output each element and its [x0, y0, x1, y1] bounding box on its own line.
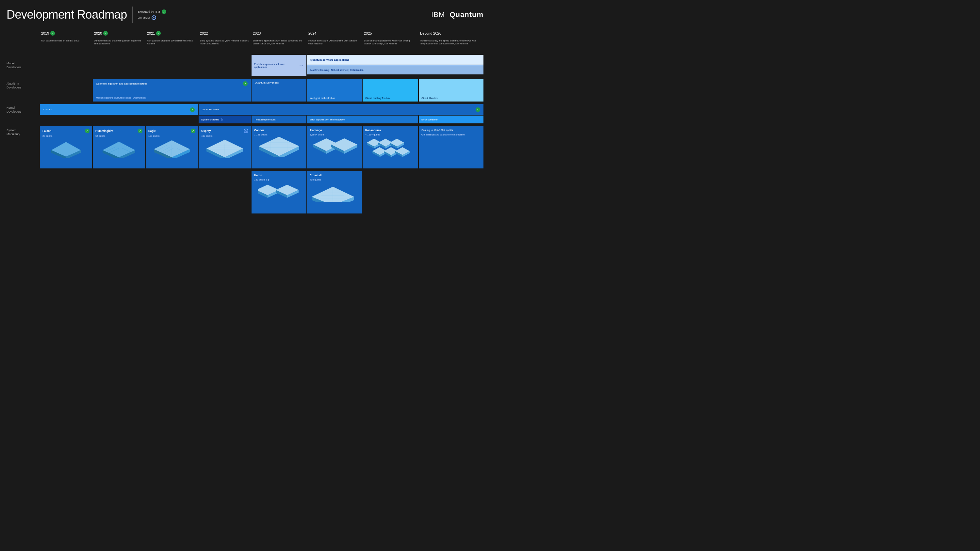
desc-2025: Scale quantum applications with circuit …: [363, 38, 418, 52]
ibm-quantum-logo: IBM Quantum: [431, 10, 484, 19]
chip-falcon: Falcon ✓ 27 qubits: [40, 126, 92, 168]
hummingbird-header: Hummingbird ✓: [95, 129, 142, 133]
row2-empty-beyond: [419, 171, 484, 213]
chip-osprey: Osprey ↻ 433 qubits: [199, 126, 251, 168]
osprey-on-target-icon: ↻: [244, 129, 248, 133]
quantum-sw-bar: Quantum software applications: [307, 55, 484, 65]
on-target-row: On target ↻: [138, 15, 166, 20]
dynamic-circuits-cell: Dynamic circuits ↻: [199, 116, 251, 123]
spacer-3: [6, 102, 484, 103]
qiskit-runtime-bar: Qiskit Runtime ✓: [199, 104, 484, 115]
label-spacer-years: [6, 29, 39, 38]
chip-condor: Condor 1,121 qubits: [251, 126, 306, 168]
eagle-header: Eagle ✓: [148, 129, 195, 133]
model-empty-2021: [146, 55, 198, 76]
page: Development Roadmap Executed by IBM ✓ On…: [0, 0, 490, 275]
osprey-qubits: 433 qubits: [201, 135, 248, 137]
error-supp-cell: Error suppression and mitigation: [307, 116, 418, 123]
kernel-empty-2019: [40, 116, 92, 123]
circuits-bar: Circuits ✓: [40, 104, 198, 115]
check-2021: ✓: [156, 31, 161, 36]
model-empty-2022: [199, 55, 251, 76]
page-title: Development Roadmap: [6, 8, 127, 22]
scaling-name: Scaling to 10K-100K qubits: [422, 129, 481, 132]
flamingo-visual: [310, 137, 360, 157]
falcon-qubits: 27 qubits: [43, 135, 89, 137]
desc-2024: Improve accuracy of Qiskit Runtime with …: [307, 38, 362, 52]
row2-empty-2020: [93, 171, 145, 213]
arrow-icon: →: [299, 63, 304, 68]
spacer-4: [6, 124, 484, 125]
kernel-label-spacer: [6, 116, 39, 123]
falcon-visual: [43, 139, 89, 158]
spacer-1: [6, 52, 484, 54]
qiskit-check-icon: ✓: [476, 107, 480, 112]
chip-scaling: Scaling to 10K-100K qubits with classica…: [419, 126, 484, 168]
algo-check-icon: ✓: [243, 81, 248, 86]
circuit-knitting-cell: Circuit Knitting Toolbox: [363, 79, 418, 102]
hummingbird-name: Hummingbird: [95, 129, 113, 133]
algo-empty-2019: [40, 79, 92, 102]
hummingbird-visual: [95, 139, 142, 158]
on-target-icon: ↻: [151, 15, 156, 20]
timeline-grid: 2019 ✓ 2020 ✓ 2021 ✓ 2022 2023 2024 2025…: [6, 29, 484, 213]
algo-modules-top: Quantum algorithm and application module…: [96, 81, 248, 86]
osprey-header: Osprey ↻: [201, 129, 248, 133]
algo-ml-label: Machine learning | Natural science | Opt…: [96, 97, 248, 99]
osprey-visual: [201, 139, 248, 158]
kookaburra-visual: [365, 137, 415, 157]
kernel-empty-2021: [146, 116, 198, 123]
year-2022: 2022: [199, 29, 251, 38]
falcon-name: Falcon: [43, 129, 51, 133]
threaded-prim-cell: Threaded primitives: [251, 116, 306, 123]
executed-label: Executed by IBM: [138, 10, 160, 13]
circuit-libraries-cell: Circuit libraries: [419, 79, 484, 102]
chip-crossbill: Crossbill 408 qubits: [307, 171, 362, 213]
algo-modules-label: Quantum algorithm and application module…: [96, 82, 147, 85]
condor-visual: [254, 137, 304, 157]
header-left: Development Roadmap Executed by IBM ✓ On…: [6, 6, 166, 23]
quantum-serverless-bar: Quantum Serverless: [251, 79, 306, 102]
osprey-name: Osprey: [201, 129, 211, 133]
header: Development Roadmap Executed by IBM ✓ On…: [6, 6, 484, 23]
error-corr-cell: Error correction: [419, 116, 484, 123]
scaling-desc: with classical and quantum communication: [422, 133, 481, 136]
prototype-bar: Prototype quantum software applications …: [251, 55, 306, 76]
spacer-2: [6, 77, 484, 78]
eagle-qubits: 127 qubits: [148, 135, 195, 137]
system-modularity-label: System Modularity: [6, 126, 39, 137]
check-2019: ✓: [50, 31, 55, 36]
algo-modules-bar: Quantum algorithm and application module…: [93, 79, 251, 102]
desc-2019: Run quantum circuits on the IBM cloud: [40, 38, 92, 52]
quantum-label: Quantum: [450, 10, 484, 19]
year-2019: 2019 ✓: [40, 29, 92, 38]
falcon-header: Falcon ✓: [43, 129, 89, 133]
system-row2-label-spacer: [6, 171, 39, 213]
desc-2021: Run quantum programs 100x faster with Qi…: [146, 38, 198, 52]
year-2023: 2023: [251, 29, 306, 38]
chip-flamingo: Flamingo 1,386+ qubits: [307, 126, 362, 168]
falcon-check: ✓: [85, 129, 89, 133]
ml-ns-opt-bar: Machine learning | Natural science | Opt…: [307, 65, 484, 75]
desc-2020: Demonstrate and prototype quantum algori…: [93, 38, 145, 52]
executed-row: Executed by IBM ✓: [138, 10, 166, 14]
header-divider: [132, 6, 133, 23]
crossbill-visual: [310, 183, 360, 202]
circuits-check-icon: ✓: [190, 107, 195, 112]
algorithm-developers-label: Algorithm Developers: [6, 79, 39, 91]
intelligent-orch-cell: Intelligent orchestration: [307, 79, 362, 102]
label-spacer-desc: [6, 38, 39, 52]
chip-heron: Heron 133 qubits x p: [251, 171, 306, 213]
eagle-visual: [148, 139, 195, 158]
check-2020: ✓: [103, 31, 108, 36]
model-empty-2019: [40, 55, 92, 76]
row2-empty-2025: [363, 171, 418, 213]
prototype-label: Prototype quantum software applications: [254, 63, 297, 68]
model-right-stack: Quantum software applications Machine le…: [307, 55, 484, 76]
hummingbird-check: ✓: [138, 129, 142, 133]
heron-name: Heron: [254, 174, 304, 177]
heron-visual: [254, 183, 304, 202]
ibm-label: IBM: [431, 10, 445, 19]
desc-2022: Bring dynamic circuits to Qiskit Runtime…: [199, 38, 251, 52]
chip-kookaburra: Kookaburra 4,158+ qubits: [363, 126, 418, 168]
